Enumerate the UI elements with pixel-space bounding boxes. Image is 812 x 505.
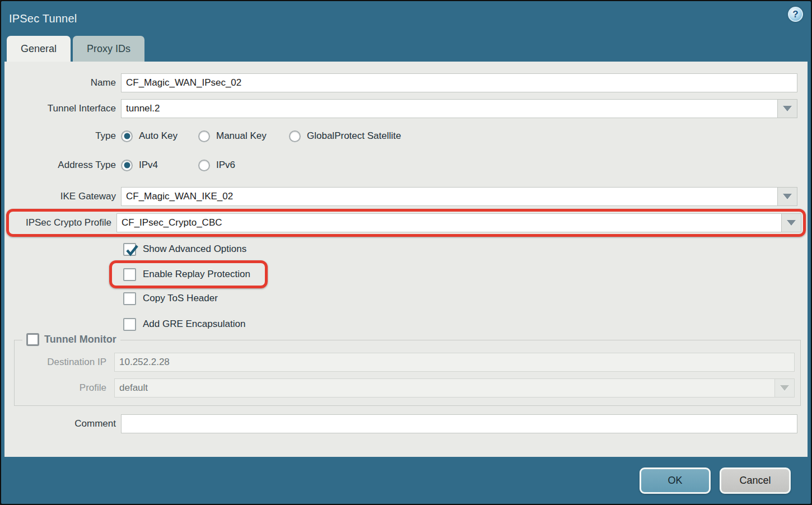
tunnel-monitor-legend: Tunnel Monitor — [22, 333, 120, 346]
ipsec-crypto-profile-dropdown-button[interactable] — [781, 214, 801, 232]
type-option-globalprotect-satellite[interactable]: GlobalProtect Satellite — [289, 130, 401, 142]
enable-replay-protection-row: Enable Replay Protection — [123, 268, 250, 281]
profile-row: Profile default — [19, 378, 795, 398]
ipsec-crypto-profile-dropdown[interactable]: CF_IPsec_Crypto_CBC — [116, 213, 801, 232]
comment-row: Comment — [4, 414, 808, 433]
profile-label: Profile — [19, 382, 114, 394]
dialog-footer: OK Cancel — [1, 457, 811, 504]
destination-ip-label: Destination IP — [19, 357, 114, 368]
profile-value: default — [115, 379, 774, 397]
copy-tos-header-checkbox[interactable] — [123, 292, 136, 305]
radio-selected-icon[interactable] — [121, 130, 133, 142]
enable-replay-protection-checkbox[interactable] — [123, 268, 136, 281]
type-option-manual-key[interactable]: Manual Key — [198, 130, 289, 142]
ike-gateway-dropdown-button[interactable] — [777, 188, 797, 205]
tab-bar: General Proxy IDs — [1, 36, 811, 62]
ok-button[interactable]: OK — [640, 467, 711, 494]
show-advanced-options-checkbox[interactable] — [123, 243, 136, 256]
chevron-down-icon — [783, 194, 792, 199]
address-type-option-ipv4[interactable]: IPv4 — [121, 160, 198, 171]
checkmark-icon — [124, 243, 139, 258]
ipsec-crypto-profile-value[interactable]: CF_IPsec_Crypto_CBC — [117, 214, 781, 232]
dialog-titlebar: IPSec Tunnel ? — [1, 1, 811, 36]
add-gre-encapsulation-checkbox[interactable] — [123, 318, 136, 331]
ike-gateway-value[interactable]: CF_Magic_WAN_IKE_02 — [122, 188, 777, 205]
ike-gateway-label: IKE Gateway — [9, 191, 121, 202]
crypto-profile-highlight-annotation: IPSec Crypto Profile CF_IPsec_Crypto_CBC — [6, 209, 806, 237]
dialog-title: IPSec Tunnel — [9, 12, 77, 25]
tunnel-monitor-group: Tunnel Monitor Destination IP Profile de… — [14, 340, 801, 406]
chevron-down-icon — [787, 220, 796, 226]
replay-protection-highlight-annotation: Enable Replay Protection — [109, 260, 268, 288]
ike-gateway-dropdown[interactable]: CF_Magic_WAN_IKE_02 — [121, 187, 797, 206]
tunnel-interface-row: Tunnel Interface tunnel.2 — [4, 99, 808, 118]
tab-general[interactable]: General — [7, 36, 71, 62]
tunnel-interface-dropdown[interactable]: tunnel.2 — [121, 99, 797, 118]
type-row: Type Auto Key Manual Key GlobalProtect S… — [4, 128, 808, 144]
comment-label: Comment — [9, 418, 121, 429]
destination-ip-row: Destination IP — [19, 353, 795, 372]
name-input[interactable] — [121, 73, 797, 92]
radio-icon[interactable] — [289, 130, 301, 142]
tunnel-interface-dropdown-button[interactable] — [777, 100, 797, 118]
comment-input[interactable] — [121, 414, 797, 433]
ipsec-crypto-profile-label: IPSec Crypto Profile — [12, 217, 116, 228]
chevron-down-icon — [780, 385, 789, 391]
address-type-row: Address Type IPv4 IPv6 — [4, 157, 808, 173]
radio-icon[interactable] — [198, 130, 210, 142]
help-icon[interactable]: ? — [788, 7, 803, 22]
ipsec-crypto-profile-row: IPSec Crypto Profile CF_IPsec_Crypto_CBC — [12, 213, 801, 232]
address-type-option-ipv6[interactable]: IPv6 — [198, 160, 235, 171]
profile-dropdown-button — [774, 379, 794, 397]
ike-gateway-row: IKE Gateway CF_Magic_WAN_IKE_02 — [4, 187, 808, 206]
name-label: Name — [9, 77, 121, 88]
general-tab-panel: Name Tunnel Interface tunnel.2 Type Auto… — [4, 62, 808, 457]
radio-selected-icon[interactable] — [121, 160, 133, 171]
chevron-down-icon — [783, 106, 792, 111]
type-label: Type — [9, 130, 121, 142]
destination-ip-input — [114, 353, 795, 372]
tab-proxy-ids[interactable]: Proxy IDs — [73, 36, 144, 62]
radio-icon[interactable] — [198, 160, 210, 171]
type-option-auto-key[interactable]: Auto Key — [121, 130, 198, 142]
add-gre-encapsulation-row: Add GRE Encapsulation — [123, 317, 808, 331]
address-type-label: Address Type — [9, 160, 121, 171]
name-row: Name — [4, 73, 808, 92]
copy-tos-header-row: Copy ToS Header — [123, 292, 808, 305]
cancel-button[interactable]: Cancel — [720, 467, 791, 494]
tunnel-interface-label: Tunnel Interface — [9, 103, 121, 114]
ipsec-tunnel-dialog: IPSec Tunnel ? General Proxy IDs Name Tu… — [0, 0, 812, 505]
profile-dropdown: default — [114, 378, 795, 398]
tunnel-interface-value[interactable]: tunnel.2 — [122, 100, 777, 118]
show-advanced-options-row: Show Advanced Options — [123, 242, 808, 256]
tunnel-monitor-checkbox[interactable] — [26, 333, 39, 346]
